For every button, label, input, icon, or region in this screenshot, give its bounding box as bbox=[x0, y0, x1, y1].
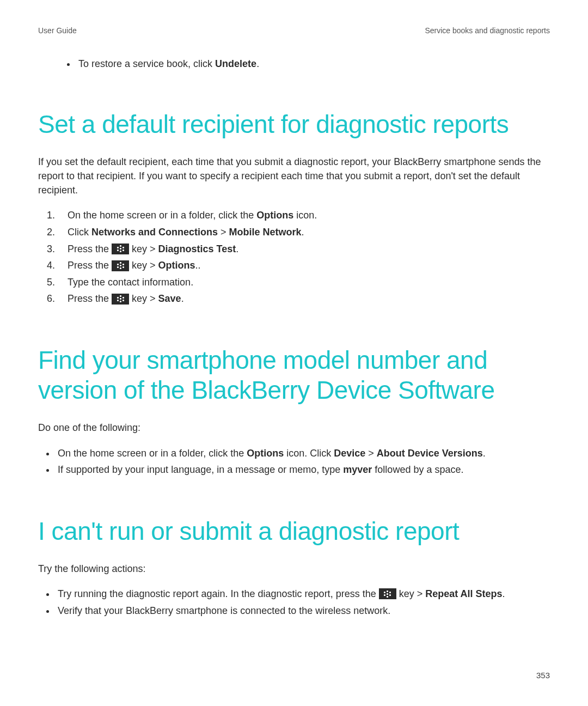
text: Press the bbox=[68, 244, 112, 254]
text: icon. bbox=[293, 210, 317, 221]
text: If supported by your input language, in … bbox=[58, 464, 343, 475]
section3-para: Try the following actions: bbox=[38, 562, 550, 576]
section3-bullet-1: Try running the diagnostic report again.… bbox=[56, 586, 550, 602]
intro-bullet: To restore a service book, click Undelet… bbox=[76, 57, 550, 71]
bold-text: Mobile Network bbox=[229, 227, 302, 238]
text: Try running the diagnostic report again.… bbox=[58, 588, 379, 599]
bold-text: Save bbox=[158, 293, 181, 304]
bold-text: Networks and Connections bbox=[91, 227, 218, 238]
text: Click bbox=[68, 227, 91, 238]
text: . bbox=[483, 448, 486, 459]
bold-text: Repeat All Steps bbox=[425, 588, 502, 599]
text: > bbox=[218, 227, 229, 238]
bold-text: Options bbox=[247, 448, 284, 459]
header-right: Service books and diagnostic reports bbox=[425, 26, 550, 35]
section3-title: I can't run or submit a diagnostic repor… bbox=[38, 516, 550, 546]
bold-text: Options bbox=[256, 210, 293, 221]
text: . bbox=[302, 227, 304, 238]
text: .. bbox=[195, 260, 201, 271]
text: . bbox=[236, 244, 238, 254]
section3-bullet-2: Verify that your BlackBerry smartphone i… bbox=[56, 602, 550, 619]
section1-steps: On the home screen or in a folder, click… bbox=[38, 207, 550, 307]
step-1: On the home screen or in a folder, click… bbox=[58, 207, 550, 224]
text: key > bbox=[396, 588, 426, 599]
step-3: Press the key > Diagnostics Test. bbox=[58, 241, 550, 258]
step-5: Type the contact information. bbox=[58, 274, 550, 291]
intro-bullet-list: To restore a service book, click Undelet… bbox=[38, 57, 550, 71]
blackberry-key-icon bbox=[112, 244, 129, 254]
section2-title: Find your smartphone model number and ve… bbox=[38, 345, 550, 405]
bold-text: Options bbox=[158, 260, 195, 271]
section1-para: If you set the default recipient, each t… bbox=[38, 155, 550, 197]
blackberry-key-icon bbox=[379, 588, 396, 599]
bold-text: About Device Versions bbox=[377, 448, 483, 459]
text: key > bbox=[129, 260, 158, 271]
text: key > bbox=[129, 293, 158, 304]
step-6: Press the key > Save. bbox=[58, 290, 550, 307]
section1-title: Set a default recipient for diagnostic r… bbox=[38, 109, 550, 139]
section3-bullets: Try running the diagnostic report again.… bbox=[38, 586, 550, 619]
text: Press the bbox=[68, 260, 112, 271]
text: . bbox=[503, 588, 505, 599]
bold-text: Diagnostics Test bbox=[158, 244, 236, 254]
text: . bbox=[256, 58, 259, 69]
bold-text: Undelete bbox=[215, 58, 256, 69]
section2-bullet-2: If supported by your input language, in … bbox=[56, 461, 550, 478]
text: . bbox=[181, 293, 184, 304]
text: icon. Click bbox=[284, 448, 334, 459]
text: On the home screen or in a folder, click… bbox=[68, 210, 256, 221]
page-header: User Guide Service books and diagnostic … bbox=[38, 26, 550, 35]
bold-text: myver bbox=[343, 464, 372, 475]
document-page: User Guide Service books and diagnostic … bbox=[0, 0, 588, 706]
section2-bullet-1: On the home screen or in a folder, click… bbox=[56, 445, 550, 462]
text: key > bbox=[129, 244, 158, 254]
step-2: Click Networks and Connections > Mobile … bbox=[58, 224, 550, 241]
page-number: 353 bbox=[536, 671, 550, 680]
section2-bullets: On the home screen or in a folder, click… bbox=[38, 445, 550, 478]
text: > bbox=[365, 448, 377, 459]
blackberry-key-icon bbox=[112, 260, 129, 271]
bold-text: Device bbox=[334, 448, 365, 459]
text: Press the bbox=[68, 293, 112, 304]
step-4: Press the key > Options.. bbox=[58, 257, 550, 274]
text: On the home screen or in a folder, click… bbox=[58, 448, 247, 459]
section2-para: Do one of the following: bbox=[38, 421, 550, 435]
text: followed by a space. bbox=[372, 464, 463, 475]
header-left: User Guide bbox=[38, 26, 77, 35]
text: To restore a service book, click bbox=[78, 58, 215, 69]
blackberry-key-icon bbox=[112, 294, 129, 305]
